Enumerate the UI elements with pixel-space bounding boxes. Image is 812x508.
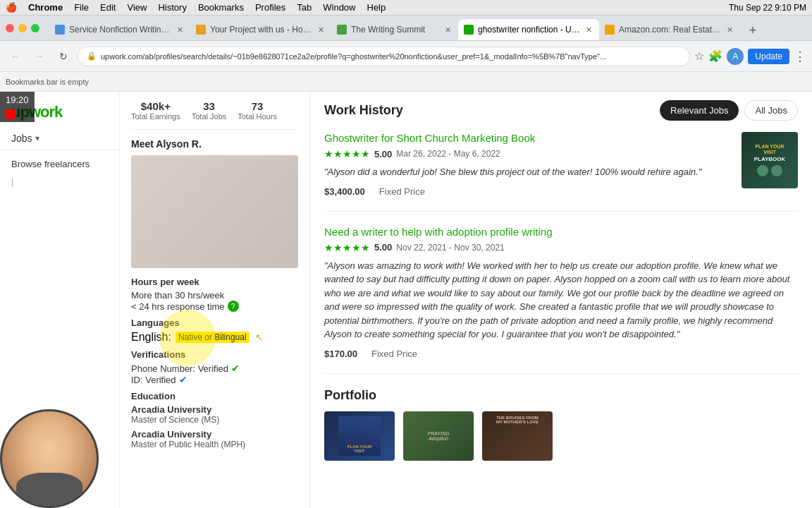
tab-1-close[interactable]: ✕ (176, 24, 185, 36)
stat-earnings-value: $40k+ (131, 100, 180, 112)
window-controls[interactable] (6, 16, 39, 41)
playbook-icons (757, 165, 782, 176)
profile-section: $40k+ Total Earnings 33 Total Jobs 73 To… (120, 92, 310, 508)
webcam-shirt (16, 473, 82, 506)
menu-dots-icon[interactable]: ⋮ (794, 49, 806, 64)
webcam-overlay (0, 409, 99, 508)
maximize-window-button[interactable] (31, 24, 39, 32)
bookmarks-label: Bookmarks bar is empty (6, 78, 89, 86)
apple-menu[interactable]: 🍎 (6, 2, 17, 13)
job-1-type: Fixed Price (379, 186, 425, 197)
forward-button[interactable]: → (30, 47, 49, 66)
job-2-rating-date: Nov 22, 2021 - Nov 30, 2021 (396, 243, 504, 253)
job-1-title[interactable]: Ghostwriter for Short Church Marketing B… (324, 132, 730, 144)
tab-5[interactable]: Amazon.com: Real Estate Inve... ✕ (599, 19, 740, 40)
job-1-info: Ghostwriter for Short Church Marketing B… (324, 132, 730, 197)
menu-edit[interactable]: Edit (100, 2, 116, 13)
menu-bookmarks[interactable]: Bookmarks (198, 2, 244, 13)
content-area: upwork Jobs ▾ Browse freelancers | 19:20… (0, 92, 812, 508)
left-sidebar: upwork Jobs ▾ Browse freelancers | 19:20 (0, 92, 120, 508)
menubar-time: Thu Sep 22 9:10 PM (729, 3, 806, 13)
tab-3[interactable]: The Writing Summit ✕ (331, 19, 458, 40)
school-1-degree: Master of Science (MS) (131, 415, 298, 425)
portfolio-3-text: THE BRUISES FROMMY MOTHER'S LOVE (496, 416, 539, 424)
menu-window[interactable]: Window (323, 2, 355, 13)
job-1-rating-num: 5.00 (374, 149, 392, 159)
menu-file[interactable]: File (74, 2, 89, 13)
help-icon[interactable]: ? (228, 301, 239, 312)
back-button[interactable]: ← (6, 47, 25, 66)
browse-freelancers-link[interactable]: Browse freelancers (0, 153, 119, 175)
menu-help[interactable]: Help (367, 2, 386, 13)
portfolio-grid: PLAN YOURVISIT PRAYINGAdoption THE BRUIS… (324, 411, 798, 461)
menu-tab[interactable]: Tab (297, 2, 312, 13)
new-tab-button[interactable]: + (743, 20, 763, 40)
job-card-1: Ghostwriter for Short Church Marketing B… (324, 132, 798, 212)
hours-per-week-value: More than 30 hrs/week (131, 290, 298, 301)
job-1-review: "Alyson did a wonderful job! She blew th… (324, 165, 730, 179)
filter-relevant-button[interactable]: Relevant Jobs (660, 100, 739, 121)
id-verified-text: ID: Verified (131, 375, 176, 385)
tab-1[interactable]: Service Nonfiction Writing - Ti... ✕ (49, 19, 190, 40)
extensions-icon[interactable]: 🧩 (708, 49, 722, 63)
stat-hours-value: 73 (238, 100, 277, 112)
mac-menubar: 🍎 Chrome File Edit View History Bookmark… (0, 0, 812, 16)
playbook-thumbnail: PLAN YOUR VISIT PLAYBOOK (742, 132, 798, 188)
menubar-right: Thu Sep 22 9:10 PM (729, 0, 806, 16)
school-2-name: Arcadia University (131, 429, 298, 440)
hours-per-week-row: Hours per week More than 30 hrs/week < 2… (131, 277, 298, 312)
playbook-text-line2: VISIT (763, 150, 776, 155)
sidebar-jobs[interactable]: Jobs ▾ (0, 130, 119, 147)
portfolio-item-1[interactable]: PLAN YOURVISIT (324, 411, 395, 461)
tab-2[interactable]: Your Project with us - HotGho... ✕ (190, 19, 331, 40)
reload-button[interactable]: ↻ (54, 47, 73, 66)
id-verified-icon: ✔ (179, 374, 187, 385)
sidebar-divider (0, 150, 119, 150)
portfolio-item-2[interactable]: PRAYINGAdoption (403, 411, 474, 461)
jobs-chevron-icon: ▾ (35, 133, 39, 143)
stat-hours-label: Total Hours (238, 112, 277, 121)
tab-2-close[interactable]: ✕ (316, 24, 326, 36)
menu-profiles[interactable]: Profiles (255, 2, 285, 13)
minimize-window-button[interactable] (18, 24, 27, 32)
menu-history[interactable]: History (158, 2, 186, 13)
school-2-degree: Master of Public Health (MPH) (131, 440, 298, 449)
portfolio-2-text: PRAYINGAdoption (425, 428, 453, 444)
tab-3-close[interactable]: ✕ (443, 24, 453, 36)
url-text: upwork.com/ab/profiles/search/details/~0… (101, 52, 681, 61)
education-row: Education Arcadia University Master of S… (131, 391, 298, 449)
job-2-type: Fixed Price (371, 349, 417, 359)
tab-4[interactable]: ghostwriter nonfiction - Upwo... ✕ (458, 19, 599, 40)
tab-4-close[interactable]: ✕ (584, 24, 593, 36)
job-2-stars: ★★★★★ (324, 242, 370, 253)
education-label: Education (131, 391, 298, 401)
job-2-rating-num: 5.00 (374, 242, 392, 253)
school-1-name: Arcadia University (131, 404, 298, 415)
phone-verified-icon: ✔ (231, 363, 240, 374)
portfolio-2-content: PRAYINGAdoption (403, 411, 474, 461)
job-2-title[interactable]: Need a writer to help with adoption prof… (324, 226, 798, 238)
update-button[interactable]: Update (748, 49, 789, 64)
verifications-label: Verifications (131, 349, 298, 360)
job-2-rating: ★★★★★ 5.00 Nov 22, 2021 - Nov 30, 2021 (324, 242, 798, 253)
menu-view[interactable]: View (127, 2, 147, 13)
portfolio-3-content: THE BRUISES FROMMY MOTHER'S LOVE (482, 411, 553, 461)
language-level-pill: Native or Bilingual (176, 332, 250, 343)
close-window-button[interactable] (6, 24, 14, 32)
filter-all-button[interactable]: All Jobs (744, 100, 798, 121)
languages-row: Languages English: Native or Bilingual ↖ (131, 318, 298, 344)
profile-video-thumbnail[interactable]: ▶ (131, 155, 298, 268)
star-icon[interactable]: ☆ (694, 49, 704, 63)
stat-jobs-label: Total Jobs (192, 112, 227, 121)
tab-5-close[interactable]: ✕ (725, 24, 734, 36)
profile-icon[interactable]: A (727, 48, 744, 65)
portfolio-item-3[interactable]: THE BRUISES FROMMY MOTHER'S LOVE (482, 411, 553, 461)
cursor-pointer-icon: ↖ (255, 332, 264, 343)
work-history-title: Work History (324, 103, 403, 118)
menu-chrome[interactable]: Chrome (28, 2, 63, 13)
portfolio-section: Portfolio PLAN YOURVISIT PRAYINGAdoption (324, 388, 798, 461)
tab-1-favicon (55, 25, 65, 35)
work-history-section: Work History Relevant Jobs All Jobs Ghos… (310, 92, 812, 508)
tab-3-favicon (337, 25, 347, 35)
address-input[interactable]: 🔒 upwork.com/ab/profiles/search/details/… (78, 47, 690, 66)
